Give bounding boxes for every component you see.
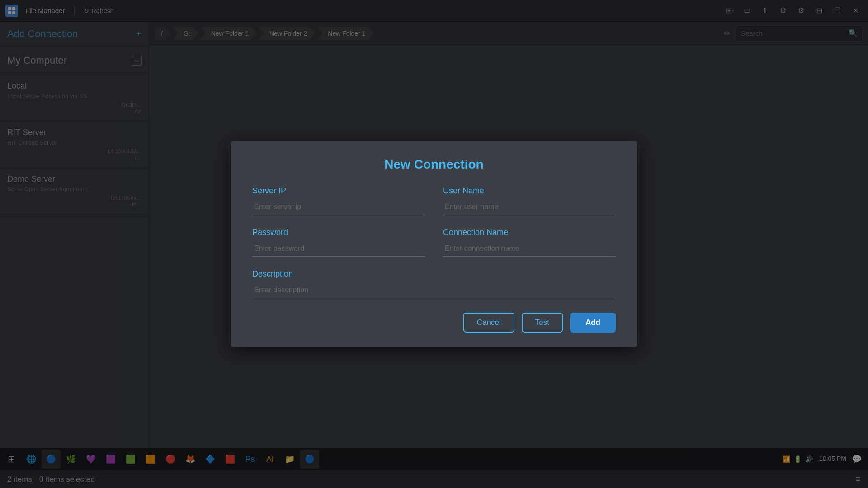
user-name-field: User Name (443, 186, 616, 215)
dialog-actions: Cancel Test Add (252, 313, 616, 333)
user-name-input[interactable] (443, 199, 616, 215)
password-field: Password (252, 228, 425, 257)
password-label: Password (252, 228, 425, 237)
dialog-form-grid: Server IP User Name Password Connection … (252, 186, 616, 257)
user-name-label: User Name (443, 186, 616, 196)
connection-name-field: Connection Name (443, 228, 616, 257)
cancel-button[interactable]: Cancel (463, 313, 514, 333)
description-input[interactable] (252, 282, 616, 298)
dialog-title: New Connection (252, 157, 616, 172)
modal-overlay: New Connection Server IP User Name Passw… (0, 0, 868, 488)
add-button[interactable]: Add (570, 313, 616, 333)
server-ip-field: Server IP (252, 186, 425, 215)
description-field: Description (252, 269, 616, 298)
connection-name-label: Connection Name (443, 228, 616, 237)
description-label: Description (252, 269, 616, 279)
test-button[interactable]: Test (522, 313, 563, 333)
server-ip-label: Server IP (252, 186, 425, 196)
password-input[interactable] (252, 241, 425, 257)
connection-name-input[interactable] (443, 241, 616, 257)
server-ip-input[interactable] (252, 199, 425, 215)
new-connection-dialog: New Connection Server IP User Name Passw… (231, 141, 637, 347)
